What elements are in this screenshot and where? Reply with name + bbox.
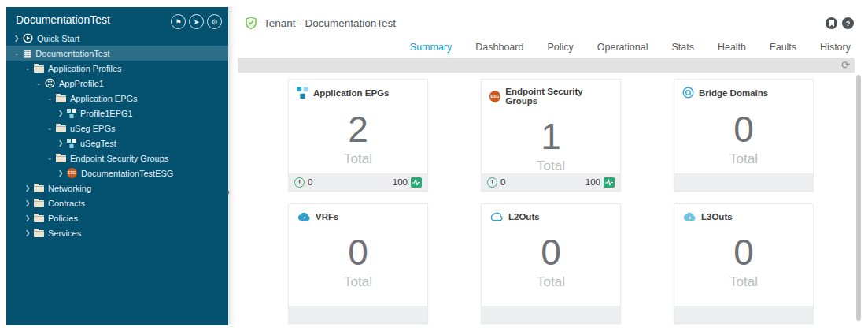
- tree-item-documentationtestesg[interactable]: ❯ ESG DocumentationTestESG: [6, 166, 228, 180]
- card-total-label: Total: [482, 274, 620, 290]
- card-l2outs[interactable]: L2Outs 0 Total: [481, 203, 621, 324]
- card-footer-empty: [674, 306, 813, 323]
- tree-item-label: Profile1EPG1: [80, 109, 133, 118]
- health-chart-icon: [604, 177, 615, 188]
- summary-toolbar: ⟳: [238, 58, 855, 73]
- vrf-cloud-icon: [297, 211, 311, 221]
- card-title: Bridge Domains: [699, 88, 768, 98]
- card-value: 1: [482, 118, 620, 154]
- tree-item-label: AppProfile1: [59, 79, 104, 88]
- card-vrfs[interactable]: VRFs 0 Total: [288, 203, 428, 324]
- settings-icon[interactable]: ⚙: [207, 14, 222, 29]
- chevron-down-icon[interactable]: ⌄: [24, 65, 31, 72]
- chevron-right-icon[interactable]: ❯: [24, 214, 31, 221]
- refresh-icon[interactable]: ⟳: [841, 58, 850, 72]
- epg-icon: [67, 139, 76, 148]
- card-title: L2Outs: [508, 212, 540, 221]
- card-footer-empty: [674, 173, 813, 191]
- folder-icon: [34, 230, 44, 237]
- l2out-cloud-icon: [489, 211, 504, 221]
- chevron-right-icon[interactable]: ❯: [57, 139, 65, 147]
- card-title: Endpoint Security Groups: [505, 87, 612, 106]
- main-panel: Tenant - DocumentationTest ? Summary Das…: [238, 7, 862, 325]
- fault-count: 0: [500, 177, 505, 187]
- health-chart-icon: [411, 177, 422, 188]
- folder-icon: [34, 65, 44, 73]
- card-bridge-domains[interactable]: Bridge Domains 0 Total: [674, 79, 814, 192]
- chevron-right-icon[interactable]: ❯: [24, 199, 31, 206]
- navigation-tree: ❯ Quick Start ⌄ ▦ DocumentationTest ⌄ Ap…: [6, 31, 228, 240]
- fault-icon: !: [294, 177, 305, 188]
- card-value: 0: [482, 234, 620, 270]
- epg-icon: [297, 87, 308, 99]
- tenant-shield-icon: [246, 17, 257, 29]
- card-footer-empty: [289, 306, 427, 323]
- folder-icon: [56, 125, 66, 132]
- chevron-down-icon[interactable]: ⌄: [46, 154, 54, 162]
- pin-icon[interactable]: ➤: [189, 14, 204, 29]
- chevron-right-icon[interactable]: ❯: [24, 229, 31, 236]
- chevron-right-icon[interactable]: ❯: [24, 184, 31, 192]
- l3out-cloud-icon: [682, 211, 696, 221]
- tree-item-label: DocumentationTestESG: [81, 169, 173, 178]
- bridge-domain-icon: [682, 87, 694, 99]
- fault-count: 0: [308, 177, 312, 187]
- chevron-down-icon[interactable]: ⌄: [46, 95, 54, 102]
- card-title: VRFs: [316, 212, 338, 221]
- tree-item-application-profiles[interactable]: ⌄ Application Profiles: [6, 61, 228, 76]
- chevron-down-icon[interactable]: ⌄: [35, 80, 42, 87]
- card-total-label: Total: [674, 151, 813, 167]
- tree-item-label: Application EPGs: [70, 94, 138, 103]
- bookmark-icon[interactable]: [826, 17, 837, 29]
- tree-item-contracts[interactable]: ❯ Contracts: [6, 195, 228, 210]
- tree-item-application-epgs[interactable]: ⌄ Application EPGs: [6, 91, 228, 106]
- tree-item-label: uSegTest: [80, 139, 116, 148]
- health-score: 100: [585, 177, 600, 187]
- tenant-icon: ▦: [23, 49, 31, 58]
- tree-item-quick-start[interactable]: ❯ Quick Start: [6, 31, 228, 46]
- tree-item-endpoint-security-groups[interactable]: ⌄ Endpoint Security Groups: [6, 151, 228, 166]
- tree-item-useg-epgs[interactable]: ⌄ uSeg EPGs: [6, 121, 228, 136]
- chevron-down-icon[interactable]: ⌄: [13, 50, 20, 57]
- card-l3outs[interactable]: L3Outs 0 Total: [674, 203, 814, 324]
- app-profile-icon: [45, 78, 55, 88]
- navigation-sidebar: DocumentationTest ⚑ ➤ ⚙ ❯ Quick Start ⌄ …: [6, 7, 228, 325]
- esg-icon: ESG: [489, 91, 500, 102]
- vertical-scrollbar[interactable]: [856, 75, 861, 321]
- chevron-down-icon[interactable]: ⌄: [46, 125, 54, 132]
- esg-icon: ESG: [67, 168, 77, 178]
- tree-item-label: uSeg EPGs: [70, 124, 115, 133]
- tree-item-label: Application Profiles: [48, 64, 122, 73]
- sidebar-title: DocumentationTest: [16, 13, 110, 26]
- card-footer-empty: [482, 306, 620, 323]
- card-value: 0: [674, 234, 813, 270]
- card-endpoint-security-groups[interactable]: ESG Endpoint Security Groups 1 Total ! 0…: [481, 79, 621, 192]
- tree-item-networking[interactable]: ❯ Networking: [6, 180, 228, 195]
- help-icon[interactable]: ?: [842, 17, 854, 29]
- card-application-epgs[interactable]: Application EPGs 2 Total ! 0 100: [288, 79, 428, 192]
- tree-item-label: Quick Start: [37, 34, 79, 43]
- tree-item-documentationtest[interactable]: ⌄ ▦ DocumentationTest: [6, 46, 228, 61]
- chevron-right-icon[interactable]: ❯: [13, 35, 20, 42]
- chevron-right-icon[interactable]: ❯: [57, 169, 65, 177]
- card-value: 0: [674, 111, 813, 147]
- apic-tenant-screen: DocumentationTest ⚑ ➤ ⚙ ❯ Quick Start ⌄ …: [0, 0, 868, 331]
- card-value: 0: [289, 234, 427, 270]
- fault-icon: !: [487, 177, 497, 188]
- tree-item-profile1epg1[interactable]: ❯ Profile1EPG1: [6, 106, 228, 121]
- card-total-label: Total: [289, 274, 427, 290]
- tree-item-services[interactable]: ❯ Services: [6, 225, 228, 240]
- health-score: 100: [393, 177, 408, 187]
- card-title: Application EPGs: [313, 88, 390, 98]
- tree-item-policies[interactable]: ❯ Policies: [6, 210, 228, 225]
- sidebar-header: DocumentationTest ⚑ ➤ ⚙: [6, 7, 228, 31]
- sidebar-collapse-handle[interactable]: ◂: [226, 187, 231, 197]
- card-title: L3Outs: [701, 212, 733, 221]
- tree-item-label: Contracts: [48, 199, 85, 208]
- panel-divider: [228, 7, 238, 325]
- flag-icon[interactable]: ⚑: [171, 14, 186, 29]
- tree-item-usegtest[interactable]: ❯ uSegTest: [6, 136, 228, 151]
- chevron-right-icon[interactable]: ❯: [57, 110, 65, 117]
- tree-item-appprofile1[interactable]: ⌄ AppProfile1: [6, 76, 228, 91]
- folder-icon: [34, 215, 44, 222]
